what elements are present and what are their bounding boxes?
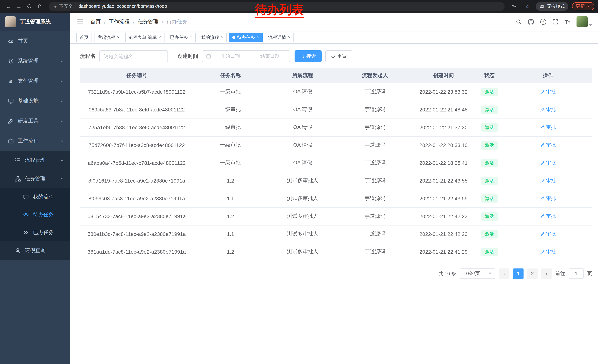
approve-link[interactable]: 审批: [540, 142, 556, 148]
sidebar-item-infrastructure[interactable]: 基础设施: [0, 91, 70, 111]
breadcrumb-workflow[interactable]: 工作流程: [109, 18, 130, 25]
page-button-1[interactable]: 1: [513, 268, 523, 279]
start-date-placeholder: 开始日期: [214, 53, 246, 60]
search-icon[interactable]: [515, 19, 522, 25]
status-badge: 激活: [481, 123, 498, 132]
sidebar-item-payment[interactable]: ¥ 支付管理: [0, 71, 70, 91]
cell-status: 激活: [475, 101, 504, 119]
close-icon[interactable]: ×: [158, 35, 161, 40]
double-chevron-icon: [23, 230, 29, 235]
sidebar-logo[interactable]: 芋道管理系统: [0, 13, 70, 31]
sidebar-item-label: 研发工具: [18, 118, 56, 124]
date-range-picker[interactable]: 开始日期 - 结束日期: [202, 50, 290, 62]
sidebar-item-my-process[interactable]: 我的流程: [0, 188, 70, 206]
cell-task-id: a6aba0a4-7b6d-11ec-b781-acde48001122: [80, 154, 193, 172]
browser-update-button[interactable]: 更新 ⋮: [572, 2, 594, 10]
page-size-select[interactable]: 10条/页: [460, 268, 495, 279]
sidebar-item-system[interactable]: 系统管理: [0, 51, 70, 71]
sidebar-item-task-mgmt[interactable]: 任务管理: [0, 170, 70, 188]
tab-process-form-edit[interactable]: 流程表单-编辑 ×: [125, 32, 165, 42]
help-icon[interactable]: ?: [540, 19, 546, 25]
cell-task-id: 8f059c03-7ac8-11ec-a9e2-a2380e71991a: [80, 190, 193, 207]
edit-icon: [540, 232, 545, 236]
approve-link[interactable]: 审批: [540, 160, 556, 166]
sidebar-item-home[interactable]: 首页: [0, 31, 70, 51]
cell-task-id: 58154733-7ac8-11ec-a9e2-a2380e71991a: [80, 207, 193, 225]
cell-process: OA 请假: [267, 83, 338, 101]
sidebar-item-devtools[interactable]: 研发工具: [0, 111, 70, 131]
sidebar-item-label: 流程管理: [25, 157, 56, 164]
status-badge: 激活: [481, 248, 498, 256]
password-key-button[interactable]: [509, 1, 519, 11]
close-icon[interactable]: ×: [190, 35, 192, 40]
tab-my-process[interactable]: 我的流程 ×: [198, 32, 227, 42]
goto-label: 前往: [555, 270, 565, 277]
reset-button[interactable]: 重置: [325, 50, 352, 62]
cell-created: 2022-01-22 21:37:30: [412, 119, 475, 136]
cell-task-id: 725a1eb6-7b88-11ec-8ef0-acde48001122: [80, 119, 193, 136]
bookmark-star-button[interactable]: ☆: [523, 1, 532, 11]
tab-start-process[interactable]: 发起流程 ×: [94, 32, 123, 42]
approve-link[interactable]: 审批: [540, 89, 556, 95]
page-button-2[interactable]: 2: [527, 268, 538, 279]
table-row: 8f059c03-7ac8-11ec-a9e2-a2380e71991a 1.1…: [80, 190, 592, 207]
user-menu[interactable]: [576, 16, 592, 27]
approve-link[interactable]: 审批: [540, 124, 556, 131]
sidebar-item-done-task[interactable]: 已办任务: [0, 224, 70, 242]
process-name-input[interactable]: [99, 50, 168, 62]
approve-link[interactable]: 审批: [540, 249, 556, 255]
prev-page-button[interactable]: ‹: [499, 268, 509, 279]
sidebar-item-label: 系统管理: [18, 58, 56, 65]
next-page-button[interactable]: ›: [541, 268, 552, 279]
sidebar-item-leave-query[interactable]: 请假查询: [0, 242, 70, 260]
status-badge: 激活: [481, 212, 498, 220]
tab-process-detail[interactable]: 流程详情 ×: [265, 32, 294, 42]
chrome-actions: ☆ 无痕模式 更新 ⋮: [509, 1, 594, 11]
key-icon: [511, 4, 516, 9]
back-button[interactable]: ←: [4, 1, 13, 11]
sidebar-item-label: 基础设施: [18, 98, 56, 105]
home-button[interactable]: [35, 1, 44, 11]
cell-task-name: 1.2: [193, 207, 267, 225]
search-button[interactable]: 搜索: [295, 50, 322, 62]
approve-link[interactable]: 审批: [540, 177, 556, 184]
goto-page-input[interactable]: [569, 268, 583, 279]
status-badge: 激活: [481, 159, 498, 167]
chevron-down-icon: [60, 59, 64, 63]
list-icon: [15, 157, 21, 163]
tab-done-task[interactable]: 已办任务 ×: [167, 32, 196, 42]
sidebar-item-todo-task[interactable]: 待办任务: [0, 206, 70, 224]
cell-process: OA 请假: [267, 136, 338, 154]
tab-home[interactable]: 首页: [76, 32, 92, 42]
close-icon[interactable]: ×: [117, 35, 120, 40]
security-indicator[interactable]: ⚠ 不安全: [53, 3, 73, 9]
cell-created: 2022-01-22 23:53:32: [412, 83, 475, 101]
breadcrumb-task-mgmt[interactable]: 任务管理: [138, 18, 158, 25]
approve-link[interactable]: 审批: [540, 106, 556, 113]
cell-created: 2022-01-21 22:41:29: [412, 243, 475, 261]
dashboard-icon: [8, 38, 14, 44]
approve-link[interactable]: 审批: [540, 231, 556, 237]
edit-icon: [540, 196, 545, 201]
cell-process: 测试多审批人: [267, 225, 338, 243]
fullscreen-icon[interactable]: [552, 19, 558, 25]
address-bar[interactable]: ⚠ 不安全 dashboard.yudao.iocoder.cn/bpm/tas…: [49, 2, 505, 11]
approve-link[interactable]: 审批: [540, 195, 556, 202]
approve-link[interactable]: 审批: [540, 213, 556, 219]
forward-button[interactable]: →: [14, 1, 24, 11]
close-icon[interactable]: ×: [288, 35, 291, 40]
warning-icon: ⚠: [53, 4, 58, 9]
github-icon[interactable]: [528, 19, 534, 25]
refresh-button[interactable]: [25, 1, 34, 11]
font-size-icon[interactable]: TT: [565, 19, 570, 25]
close-icon[interactable]: ×: [257, 35, 259, 40]
close-icon[interactable]: ×: [221, 35, 224, 40]
cell-task-id: 381aa1dd-7ac8-11ec-a9e2-a2380e71991a: [80, 243, 193, 261]
sidebar-toggle-button[interactable]: [76, 18, 84, 26]
breadcrumb-home[interactable]: 首页: [91, 18, 101, 25]
sidebar-item-process-mgmt[interactable]: 流程管理: [0, 151, 70, 170]
cell-task-name: 一级审批: [193, 101, 267, 119]
cell-task-name: 1.2: [193, 243, 267, 261]
tab-todo-task[interactable]: 待办任务 ×: [229, 32, 263, 42]
sidebar-item-workflow[interactable]: 工作流程: [0, 131, 70, 151]
